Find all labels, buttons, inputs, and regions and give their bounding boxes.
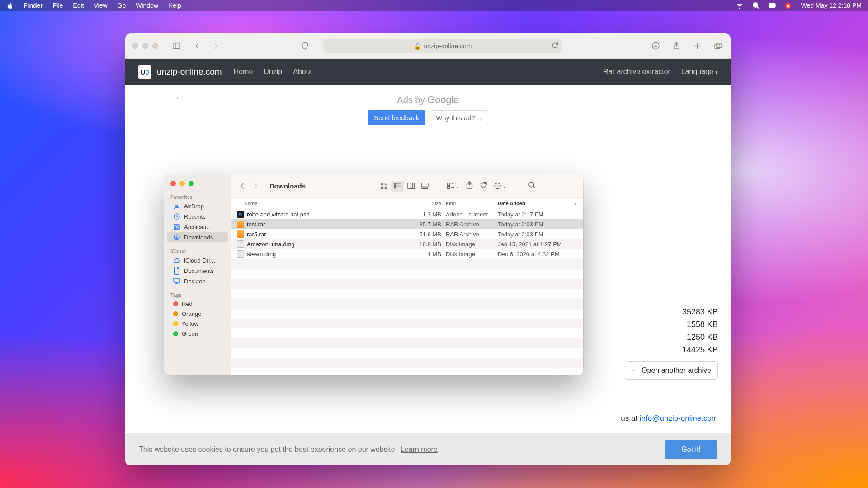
sidebar-item-airdrop[interactable]: AirDrop — [167, 201, 228, 211]
safari-close-button[interactable] — [132, 43, 138, 49]
nav-link-home[interactable]: Home — [234, 68, 253, 76]
finder-forward-button[interactable] — [250, 181, 260, 191]
nav-link-unzip[interactable]: Unzip — [264, 68, 282, 76]
menubar-item-go[interactable]: Go — [118, 2, 126, 9]
safari-back-button[interactable] — [192, 41, 203, 52]
menubar-item-file[interactable]: File — [53, 2, 63, 9]
file-row[interactable]: Ps robe and wizard hat.psd 1.3 MB Adobe…… — [231, 209, 583, 219]
sidebar-item-applications[interactable]: Applicati… — [167, 222, 228, 232]
finder-minimize-button[interactable] — [179, 181, 185, 186]
safari-toolbar: 🔒 unzip-online.com — [125, 33, 731, 59]
apple-menu[interactable] — [6, 2, 14, 9]
file-row[interactable]: steam.dmg 4 MB Disk Image Dec 6, 2020 at… — [231, 249, 583, 259]
new-tab-icon[interactable] — [692, 41, 703, 52]
safari-minimize-button[interactable] — [142, 43, 148, 49]
menubar-extra-icon[interactable] — [785, 2, 792, 9]
safari-zoom-button[interactable] — [152, 43, 158, 49]
finder-back-button[interactable] — [237, 181, 247, 191]
group-by-button[interactable]: ⌄ — [447, 181, 459, 191]
safari-sidebar-button[interactable] — [171, 41, 182, 52]
open-another-archive-button[interactable]: ← Open another archive — [625, 361, 718, 380]
menubar-app-name[interactable]: Finder — [24, 2, 43, 9]
svg-point-19 — [394, 185, 395, 186]
sidebar-tag-orange[interactable]: Orange — [167, 309, 228, 319]
finder-search-button[interactable] — [528, 181, 536, 191]
downloads-icon[interactable] — [650, 41, 661, 52]
action-menu-button[interactable]: ⌄ — [494, 181, 506, 191]
finder-close-button[interactable] — [170, 181, 176, 186]
file-row[interactable]: test.rar 35.7 MB RAR Archive Today at 2:… — [231, 219, 583, 229]
column-header-date-added[interactable]: Date Added⌄ — [498, 201, 577, 206]
safari-url-field[interactable]: 🔒 unzip-online.com — [323, 39, 562, 53]
nav-link-rar-extractor[interactable]: Rar archive extractor — [603, 68, 670, 76]
svg-point-20 — [394, 188, 395, 188]
column-header-kind[interactable]: Kind — [446, 201, 498, 206]
send-feedback-button[interactable]: Send feedback — [368, 110, 425, 125]
menubar-item-edit[interactable]: Edit — [73, 2, 84, 9]
menubar-item-window[interactable]: Window — [136, 2, 158, 9]
empty-row — [231, 348, 583, 358]
svg-point-33 — [499, 185, 500, 186]
svg-rect-17 — [385, 187, 387, 189]
downloads-folder-icon — [173, 234, 180, 241]
tag-dot-icon — [173, 311, 178, 316]
tag-dot-icon — [173, 301, 178, 306]
file-row[interactable]: AmazonLuna.dmg 16.8 MB Disk Image Jan 15… — [231, 239, 583, 249]
file-row[interactable]: rar5.rar 51.6 MB RAR Archive Today at 2:… — [231, 229, 583, 239]
privacy-report-icon[interactable] — [299, 41, 310, 52]
airdrop-icon — [173, 202, 180, 210]
contact-email-link[interactable]: info@unzip-online.com — [640, 414, 718, 422]
svg-rect-22 — [421, 183, 428, 187]
svg-rect-25 — [426, 188, 427, 189]
menubar-item-view[interactable]: View — [94, 2, 107, 9]
column-header-name[interactable]: Name — [244, 201, 398, 206]
archive-file-sizes: 35283 KB 1558 KB 1250 KB 14425 KB — [682, 305, 718, 356]
sidebar-tag-red[interactable]: Red — [167, 299, 228, 309]
reload-icon[interactable] — [551, 42, 559, 51]
sidebar-item-recents[interactable]: Recents — [167, 211, 228, 221]
sidebar-item-desktop[interactable]: Desktop — [167, 276, 228, 286]
site-navbar: U0 unzip-online.com Home Unzip About Rar… — [125, 59, 731, 85]
menubar-item-help[interactable]: Help — [168, 2, 181, 9]
empty-row — [231, 289, 583, 299]
share-button[interactable] — [466, 181, 473, 191]
view-gallery-button[interactable] — [418, 181, 431, 192]
sidebar-item-documents[interactable]: Documents — [167, 266, 228, 276]
why-this-ad-button[interactable]: Why this ad?▷ — [430, 110, 488, 125]
empty-row — [231, 328, 583, 338]
nav-language-dropdown[interactable]: Language▾ — [681, 68, 718, 76]
finder-zoom-button[interactable] — [189, 181, 194, 186]
nav-link-about[interactable]: About — [293, 68, 312, 76]
sidebar-tag-green[interactable]: Green — [167, 329, 228, 338]
url-host: unzip-online.com — [424, 42, 472, 50]
svg-rect-14 — [381, 183, 383, 185]
cookie-learn-more-link[interactable]: Learn more — [401, 446, 438, 454]
menubar-clock[interactable]: Wed May 12 2:18 PM — [801, 2, 862, 9]
sidebar-item-icloud-drive[interactable]: iCloud Dri… — [167, 255, 228, 265]
safari-forward-button[interactable] — [210, 41, 221, 52]
svg-rect-21 — [408, 183, 415, 189]
cookie-accept-button[interactable]: Got it! — [665, 440, 717, 459]
sidebar-tag-yellow[interactable]: Yellow — [167, 319, 228, 328]
column-header-size[interactable]: Size — [398, 201, 446, 206]
site-logo[interactable]: U0 — [138, 65, 151, 79]
view-list-button[interactable] — [391, 181, 404, 192]
view-icon-button[interactable] — [377, 181, 391, 192]
wifi-icon[interactable] — [736, 2, 743, 9]
finder-main: Downloads ⌄ ⌄ Name Size Kind Date Added⌄ — [231, 174, 583, 375]
view-column-button[interactable] — [404, 181, 418, 192]
sidebar-item-downloads[interactable]: Downloads — [167, 232, 228, 242]
lock-icon: 🔒 — [414, 43, 421, 49]
tab-overview-icon[interactable] — [712, 41, 723, 52]
site-brand[interactable]: unzip-online.com — [157, 67, 222, 77]
share-icon[interactable] — [671, 41, 682, 52]
sidebar-section-icloud: iCloud — [164, 247, 231, 255]
ad-back-arrow-icon[interactable]: ← — [175, 92, 184, 103]
empty-row — [231, 299, 583, 309]
control-center-icon[interactable] — [769, 2, 776, 9]
size-row: 1250 KB — [682, 331, 718, 343]
tags-button[interactable] — [480, 181, 487, 191]
macos-menubar: Finder File Edit View Go Window Help Wed… — [0, 0, 868, 11]
dmg-file-icon — [237, 240, 244, 248]
spotlight-icon[interactable] — [752, 2, 760, 9]
